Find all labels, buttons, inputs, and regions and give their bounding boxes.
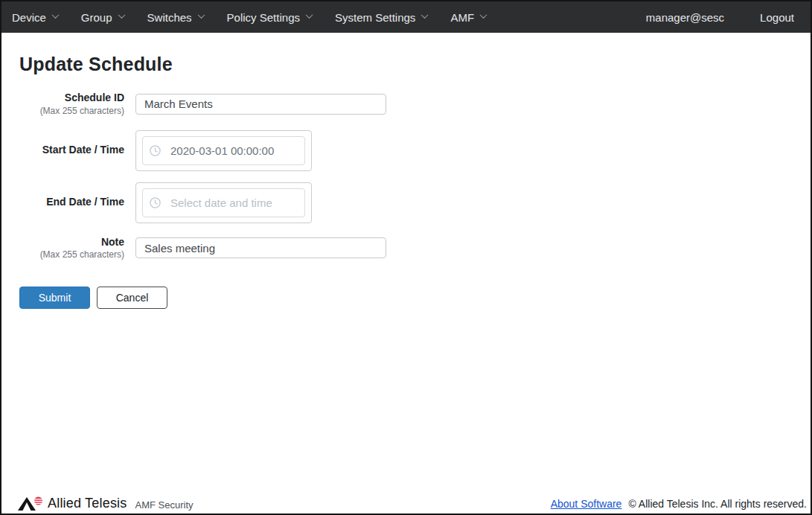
page-footer: Allied Telesis AMF Security About Softwa… [1, 494, 811, 514]
footer-legal-area: About Software © Allied Telesis Inc. All… [551, 498, 807, 511]
form-actions: Submit Cancel [19, 287, 793, 309]
start-datetime-input[interactable]: 2020-03-01 00:00:00 [142, 136, 305, 165]
form-row-note: Note (Max 255 characters) [19, 236, 793, 261]
nav-item-device[interactable]: Device [12, 11, 58, 24]
nav-item-group[interactable]: Group [81, 11, 124, 24]
allied-telesis-logo-mark [18, 496, 43, 511]
nav-user-area: manager@sesc Logout [646, 11, 794, 24]
allied-telesis-logo: Allied Telesis [18, 496, 127, 511]
end-datetime-input[interactable]: Select date and time [142, 188, 305, 217]
chevron-down-icon [51, 11, 59, 19]
nav-item-system-settings[interactable]: System Settings [335, 11, 427, 24]
page-title: Update Schedule [19, 54, 793, 75]
start-datetime-value: 2020-03-01 00:00:00 [170, 144, 274, 157]
nav-menu: Device Group Switches Policy Settings Sy… [12, 11, 509, 24]
chevron-down-icon [306, 11, 313, 19]
note-label: Note [19, 236, 124, 249]
nav-item-switches[interactable]: Switches [147, 11, 204, 24]
nav-item-label: System Settings [335, 11, 415, 24]
nav-item-label: Switches [147, 11, 192, 24]
end-datetime-label-group: End Date / Time [19, 196, 124, 209]
nav-item-amf[interactable]: AMF [450, 11, 486, 24]
start-datetime-label-group: Start Date / Time [19, 144, 124, 157]
form-row-start-datetime: Start Date / Time 2020-03-01 00:00:00 [19, 130, 793, 171]
nav-item-label: AMF [450, 11, 474, 24]
chevron-down-icon [118, 11, 125, 19]
note-input[interactable] [135, 237, 386, 258]
form-row-end-datetime: End Date / Time Select date and time [19, 182, 793, 223]
end-datetime-label: End Date / Time [19, 196, 124, 209]
user-account-label: manager@sesc [646, 11, 724, 24]
cancel-button[interactable]: Cancel [97, 287, 167, 309]
nav-item-label: Device [12, 11, 46, 24]
brand-name: Allied Telesis [48, 496, 127, 511]
copyright-text: © Allied Telesis Inc. All rights reserve… [628, 498, 807, 510]
nav-item-label: Policy Settings [227, 11, 300, 24]
clock-icon [150, 197, 161, 208]
note-label-group: Note (Max 255 characters) [19, 236, 124, 261]
start-datetime-widget: 2020-03-01 00:00:00 [135, 130, 312, 171]
end-datetime-placeholder: Select date and time [170, 196, 272, 209]
submit-button[interactable]: Submit [19, 287, 90, 309]
chevron-down-icon [421, 11, 429, 19]
nav-item-label: Group [81, 11, 112, 24]
form-row-schedule-id: Schedule ID (Max 255 characters) [19, 92, 793, 117]
clock-icon [150, 145, 161, 156]
schedule-id-label-group: Schedule ID (Max 255 characters) [19, 92, 124, 117]
schedule-id-input[interactable] [135, 94, 386, 115]
logout-button[interactable]: Logout [760, 11, 794, 24]
about-software-link[interactable]: About Software [551, 498, 622, 510]
note-hint: (Max 255 characters) [19, 249, 124, 260]
main-content: Update Schedule Schedule ID (Max 255 cha… [1, 33, 811, 494]
top-navbar: Device Group Switches Policy Settings Sy… [1, 1, 811, 33]
end-datetime-widget: Select date and time [135, 182, 312, 223]
product-name: AMF Security [135, 499, 194, 511]
nav-item-policy-settings[interactable]: Policy Settings [227, 11, 312, 24]
start-datetime-label: Start Date / Time [19, 144, 124, 157]
chevron-down-icon [197, 11, 205, 19]
chevron-down-icon [480, 11, 487, 19]
schedule-id-label: Schedule ID [19, 92, 124, 105]
footer-brand-area: Allied Telesis AMF Security [18, 496, 194, 511]
schedule-id-hint: (Max 255 characters) [19, 106, 124, 117]
